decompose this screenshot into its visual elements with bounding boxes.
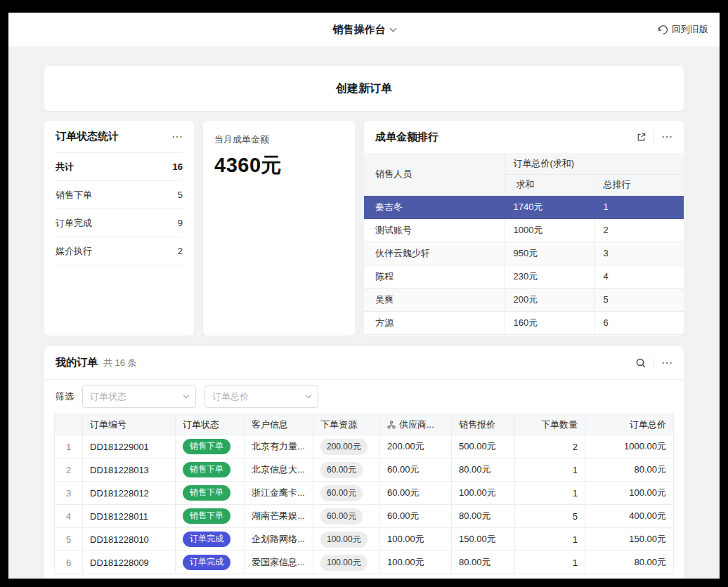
col-supplier[interactable]: 供应商... bbox=[380, 414, 452, 435]
ranking-card: 成单金额排行 ⋯ bbox=[364, 121, 684, 336]
order-qty: 1 bbox=[515, 482, 585, 505]
sales-quote: 500.00元 bbox=[452, 435, 515, 459]
resource-cell: 100.00元 bbox=[313, 551, 380, 574]
supplier-price: 100.00元 bbox=[380, 551, 452, 574]
create-order-label: 创建新订单 bbox=[336, 81, 392, 96]
my-orders-card: 我的订单 共 16 条 ⋯ 筛选 订单状态 bbox=[44, 346, 684, 579]
rank-number: 4 bbox=[594, 265, 684, 288]
salesperson-name: 伙伴云魏少轩 bbox=[364, 242, 505, 265]
sales-quote: 150.00元 bbox=[452, 528, 515, 551]
order-sum: 200元 bbox=[505, 288, 594, 311]
status-card-header: 订单状态统计 ⋯ bbox=[56, 121, 183, 153]
workspace-switcher[interactable]: 销售操作台 bbox=[333, 23, 396, 37]
more-menu-icon[interactable]: ⋯ bbox=[661, 131, 672, 143]
customer-info: 浙江金鹰卡... bbox=[245, 482, 313, 505]
customer-info: 企划路网络... bbox=[245, 528, 313, 551]
order-row[interactable]: 4 DD181228011 销售下单 湖南芒果娱... 60.00元 60.00… bbox=[55, 505, 674, 528]
chevron-down-icon bbox=[306, 393, 311, 398]
ranking-col-rank: 总排行 bbox=[594, 174, 684, 195]
order-row[interactable]: 2 DD181228013 销售下单 北京信息大... 60.00元 60.00… bbox=[55, 459, 674, 482]
row-number: 3 bbox=[55, 482, 83, 505]
sales-quote: 80.00元 bbox=[452, 505, 515, 528]
order-total: 150.00元 bbox=[585, 528, 674, 551]
status-card-title: 订单状态统计 bbox=[56, 130, 119, 143]
stat-row-total: 共计 16 bbox=[56, 153, 183, 181]
sales-quote: 80.00元 bbox=[452, 459, 515, 482]
order-status-card: 订单状态统计 ⋯ 共计 16 销售下单 5 订单完成 9 媒介执行 2 bbox=[44, 121, 194, 336]
col-status[interactable]: 订单状态 bbox=[176, 414, 245, 435]
col-qty[interactable]: 下单数量 bbox=[515, 414, 585, 435]
more-menu-icon[interactable]: ⋯ bbox=[171, 131, 183, 143]
order-no: DD181229001 bbox=[83, 435, 176, 459]
order-total: 400.00元 bbox=[585, 505, 674, 528]
col-order-no[interactable]: 订单编号 bbox=[83, 414, 176, 435]
customer-info: 北京有力量... bbox=[245, 435, 313, 459]
col-customer[interactable]: 客户信息 bbox=[245, 414, 313, 435]
chevron-down-icon bbox=[183, 393, 189, 398]
customer-info: 北京信息大... bbox=[245, 459, 313, 482]
col-total[interactable]: 订单总价 bbox=[585, 414, 674, 435]
filter-label: 筛选 bbox=[56, 390, 74, 403]
resource-cell: 60.00元 bbox=[313, 505, 380, 528]
order-total-filter[interactable]: 订单总价 bbox=[204, 385, 318, 408]
rank-number: 6 bbox=[594, 311, 684, 334]
orders-count: 共 16 条 bbox=[103, 357, 137, 369]
order-row[interactable]: 6 DD181228009 订单完成 爱国家信息... 100.00元 100.… bbox=[55, 551, 674, 574]
stat-value: 16 bbox=[173, 161, 183, 172]
search-icon[interactable] bbox=[635, 357, 646, 369]
order-row[interactable]: 5 DD181228010 订单完成 企划路网络... 100.00元 100.… bbox=[55, 528, 674, 551]
orders-card-title: 我的订单 bbox=[56, 356, 98, 369]
col-quote[interactable]: 销售报价 bbox=[452, 414, 515, 435]
row-number: 5 bbox=[55, 528, 83, 551]
ranking-row[interactable]: 陈程 230元 4 bbox=[364, 265, 684, 288]
resource-pill: 200.00元 bbox=[320, 439, 368, 455]
main-content: 创建新订单 订单状态统计 ⋯ 共计 16 销售下单 5 订单完成 bbox=[8, 46, 720, 579]
external-link-icon[interactable] bbox=[636, 132, 646, 143]
stat-label: 媒介执行 bbox=[56, 245, 92, 258]
ranking-col-group: 订单总价(求和) bbox=[505, 153, 684, 174]
order-sum: 160元 bbox=[505, 311, 594, 334]
order-no: DD181228009 bbox=[83, 551, 176, 574]
col-resource[interactable]: 下单资源 bbox=[313, 414, 380, 435]
sales-quote: 100.00元 bbox=[452, 482, 515, 505]
order-status-cell: 销售下单 bbox=[176, 505, 245, 528]
filter-placeholder: 订单状态 bbox=[90, 390, 126, 403]
order-total: 1000.00元 bbox=[585, 435, 674, 459]
stat-value: 5 bbox=[178, 190, 183, 200]
ranking-row[interactable]: 吴爽 200元 5 bbox=[364, 288, 684, 311]
order-status-filter[interactable]: 订单状态 bbox=[82, 385, 196, 408]
order-status-cell: 订单完成 bbox=[176, 528, 245, 551]
orders-table: 订单编号 订单状态 客户信息 下单资源 供应商... bbox=[54, 414, 674, 574]
ranking-row[interactable]: 测试账号 1000元 2 bbox=[364, 218, 684, 242]
top-bar: 销售操作台 回到旧版 bbox=[8, 13, 720, 46]
order-row[interactable]: 3 DD181228012 销售下单 浙江金鹰卡... 60.00元 60.00… bbox=[55, 482, 674, 505]
ranking-row-selected[interactable]: 秦吉冬 1740元 1 bbox=[364, 195, 684, 218]
row-number: 4 bbox=[55, 505, 83, 528]
supplier-price: 100.00元 bbox=[380, 528, 452, 551]
order-sum: 950元 bbox=[505, 242, 594, 265]
page-title: 销售操作台 bbox=[333, 23, 386, 37]
order-qty: 1 bbox=[515, 459, 585, 482]
filter-row: 筛选 订单状态 订单总价 bbox=[44, 380, 684, 414]
status-badge: 订单完成 bbox=[183, 555, 230, 570]
order-qty: 1 bbox=[515, 528, 585, 551]
amount-label: 当月成单金额 bbox=[214, 133, 344, 146]
resource-cell: 60.00元 bbox=[313, 459, 380, 482]
row-number: 1 bbox=[55, 435, 83, 459]
salesperson-name: 秦吉冬 bbox=[364, 195, 505, 218]
order-status-cell: 销售下单 bbox=[176, 459, 245, 482]
stat-label: 销售下单 bbox=[56, 189, 92, 202]
order-total: 80.00元 bbox=[585, 551, 674, 574]
more-menu-icon[interactable]: ⋯ bbox=[661, 357, 672, 369]
resource-pill: 100.00元 bbox=[320, 532, 368, 548]
stat-row: 订单完成 9 bbox=[56, 209, 183, 237]
ranking-row[interactable]: 伙伴云魏少轩 950元 3 bbox=[364, 242, 684, 265]
status-badge: 销售下单 bbox=[183, 439, 230, 454]
create-order-button[interactable]: 创建新订单 bbox=[44, 66, 684, 111]
back-to-old-version-button[interactable]: 回到旧版 bbox=[658, 23, 708, 36]
order-status-cell: 销售下单 bbox=[176, 482, 245, 505]
order-row[interactable]: 1 DD181229001 销售下单 北京有力量... 200.00元 200.… bbox=[55, 435, 674, 459]
ranking-row[interactable]: 方源 160元 6 bbox=[364, 311, 684, 334]
order-no: DD181228012 bbox=[83, 482, 176, 505]
status-badge: 销售下单 bbox=[183, 508, 230, 524]
